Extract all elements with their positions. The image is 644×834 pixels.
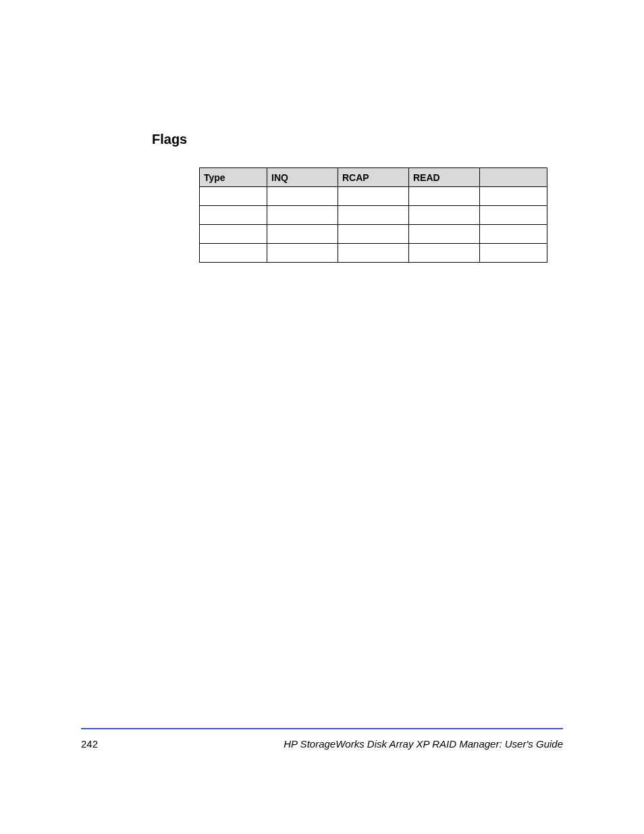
table-cell	[409, 244, 480, 263]
table-cell	[338, 206, 409, 225]
table-row	[200, 187, 547, 206]
page-number: 242	[81, 738, 98, 750]
table-header-blank	[480, 168, 547, 187]
table-cell	[338, 187, 409, 206]
footer-rule	[81, 728, 563, 729]
footer: 242 HP StorageWorks Disk Array XP RAID M…	[81, 738, 563, 750]
table-cell	[409, 206, 480, 225]
table-cell	[480, 244, 547, 263]
section-heading-flags: Flags	[152, 132, 563, 147]
table-row	[200, 206, 547, 225]
table-cell	[480, 206, 547, 225]
flags-table: Type INQ RCAP READ	[199, 167, 547, 263]
table-cell	[200, 225, 267, 244]
table-cell	[338, 244, 409, 263]
table-header-read: READ	[409, 168, 480, 187]
table-cell	[409, 225, 480, 244]
table-cell	[480, 187, 547, 206]
table-cell	[267, 187, 338, 206]
table-row	[200, 244, 547, 263]
table-header-inq: INQ	[267, 168, 338, 187]
table-cell	[200, 206, 267, 225]
table-cell	[338, 225, 409, 244]
table-cell	[200, 244, 267, 263]
table-cell	[267, 225, 338, 244]
table-cell	[267, 206, 338, 225]
table-header-row: Type INQ RCAP READ	[200, 168, 547, 187]
table-header-rcap: RCAP	[338, 168, 409, 187]
table-header-type: Type	[200, 168, 267, 187]
table-row	[200, 225, 547, 244]
table-cell	[409, 187, 480, 206]
table-cell	[267, 244, 338, 263]
footer-title: HP StorageWorks Disk Array XP RAID Manag…	[284, 738, 563, 750]
table-cell	[200, 187, 267, 206]
table-cell	[480, 225, 547, 244]
